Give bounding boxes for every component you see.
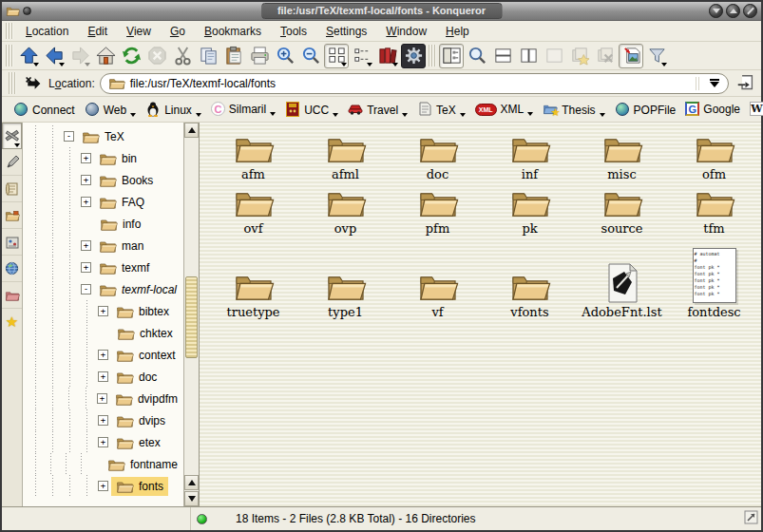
go-button[interactable] bbox=[734, 72, 756, 95]
stop-button[interactable] bbox=[144, 44, 169, 68]
forward-button[interactable] bbox=[67, 44, 92, 68]
bookmarks-toolbar-button[interactable] bbox=[375, 44, 400, 68]
tree-item-bibtex[interactable]: + bibtex bbox=[27, 300, 182, 322]
file-item-source[interactable]: source bbox=[576, 181, 668, 236]
scroll-down-button[interactable] bbox=[184, 491, 199, 506]
maximize-button[interactable] bbox=[726, 4, 740, 18]
nav-panel-button[interactable] bbox=[439, 44, 464, 68]
sidebar-tab-home[interactable] bbox=[2, 202, 22, 229]
file-item-truetype[interactable]: truetype bbox=[207, 239, 299, 319]
tree-item-etex[interactable]: + etex bbox=[27, 431, 182, 453]
sidebar-tab-tools[interactable] bbox=[2, 123, 22, 149]
menu-bookmarks[interactable]: Bookmarks bbox=[196, 23, 270, 40]
file-item-vf[interactable]: vf bbox=[391, 239, 484, 319]
split-horizontal-button[interactable] bbox=[490, 44, 515, 68]
find-button[interactable] bbox=[465, 44, 489, 68]
window-menu-icon[interactable] bbox=[23, 7, 31, 15]
split-vertical-button[interactable] bbox=[516, 44, 541, 68]
tree-expander[interactable]: - bbox=[81, 284, 91, 294]
file-item-afml[interactable]: afml bbox=[299, 127, 391, 181]
tree-expander[interactable]: + bbox=[81, 175, 91, 185]
selected-tree-item[interactable]: fonts bbox=[111, 477, 168, 496]
file-item-ovf[interactable]: ovf bbox=[207, 181, 299, 236]
menubar-grip[interactable] bbox=[6, 23, 13, 39]
sidebar-tab-history[interactable] bbox=[2, 176, 22, 202]
minimize-button[interactable] bbox=[709, 4, 723, 18]
tree-item-context[interactable]: + context bbox=[27, 344, 182, 366]
file-item-misc[interactable]: misc bbox=[576, 127, 668, 181]
file-item-type1[interactable]: type1 bbox=[299, 239, 391, 319]
tree-expander[interactable]: + bbox=[81, 153, 91, 163]
window-folder-icon[interactable] bbox=[6, 5, 20, 17]
clear-location-button[interactable] bbox=[23, 73, 44, 94]
file-item-ofm[interactable]: ofm bbox=[668, 127, 760, 181]
file-item-pfm[interactable]: pfm bbox=[391, 181, 484, 236]
location-dropdown-button[interactable] bbox=[705, 79, 724, 87]
list-view-button[interactable] bbox=[350, 44, 374, 68]
tree-item-doc[interactable]: + doc bbox=[27, 366, 182, 388]
tree-item-dvipdfm[interactable]: + dvipdfm bbox=[27, 388, 182, 409]
tree-item-texmf-local[interactable]: - texmf-local bbox=[27, 278, 182, 300]
reload-button[interactable] bbox=[119, 44, 143, 68]
tree-scrollbar[interactable] bbox=[183, 123, 199, 506]
konqueror-gear-button[interactable] bbox=[401, 44, 426, 68]
location-input[interactable]: file:/usr/TeX/texmf-local/fonts bbox=[100, 73, 729, 94]
locbar-grip[interactable] bbox=[9, 72, 16, 94]
tree-item-man[interactable]: + man bbox=[27, 235, 182, 256]
bookmark-google[interactable]: G Google bbox=[680, 100, 745, 119]
menu-view[interactable]: View bbox=[118, 23, 160, 40]
file-item-inf[interactable]: inf bbox=[484, 127, 576, 181]
tree-expander[interactable]: + bbox=[98, 437, 108, 447]
tree-expander[interactable]: + bbox=[98, 481, 108, 491]
close-tab-button[interactable] bbox=[593, 44, 618, 68]
tree-item-fontname[interactable]: fontname bbox=[27, 453, 182, 475]
cut-button[interactable] bbox=[170, 44, 195, 68]
file-item-tfm[interactable]: tfm bbox=[668, 181, 760, 236]
sidebar-tab-bookmarks[interactable]: ★ bbox=[2, 309, 22, 335]
sidebar-tab-services[interactable] bbox=[2, 229, 22, 256]
tree-expander[interactable]: + bbox=[97, 393, 107, 404]
toolbar-grip[interactable] bbox=[6, 45, 13, 66]
file-item-doc[interactable]: doc bbox=[391, 127, 484, 181]
close-button[interactable] bbox=[743, 4, 757, 18]
file-item-fontdesc[interactable]: # automat # font pk * font pk * font pk … bbox=[668, 239, 760, 319]
tree-expander[interactable]: - bbox=[64, 131, 74, 142]
home-button[interactable] bbox=[93, 44, 118, 68]
tree-expander[interactable]: + bbox=[81, 240, 91, 251]
tree-expander[interactable]: + bbox=[81, 197, 91, 207]
sidebar-tab-pencil[interactable] bbox=[2, 149, 22, 176]
bookmark-ucc[interactable]: UCC bbox=[280, 100, 343, 120]
tree-expander[interactable]: + bbox=[98, 415, 108, 426]
file-item-adobefnt[interactable]: AdobeFnt.lst bbox=[576, 239, 668, 319]
bookmark-thesis[interactable]: ★ Thesis bbox=[538, 100, 609, 120]
tree-item-info[interactable]: info bbox=[27, 213, 182, 235]
copy-button[interactable] bbox=[196, 44, 220, 68]
tree-item-faq[interactable]: + FAQ bbox=[27, 191, 182, 213]
file-item-ovp[interactable]: ovp bbox=[299, 181, 391, 236]
icon-view-button[interactable] bbox=[324, 44, 349, 68]
bookmark-travel[interactable]: Travel bbox=[343, 100, 412, 120]
menu-help[interactable]: Help bbox=[437, 23, 478, 40]
zoom-out-button[interactable] bbox=[298, 44, 323, 68]
thumbnails-button[interactable] bbox=[619, 44, 643, 68]
tree-item-dvips[interactable]: + dvips bbox=[27, 409, 182, 431]
tree-expander[interactable]: + bbox=[98, 371, 108, 382]
bookmark-popfile[interactable]: POPFile bbox=[610, 100, 681, 120]
new-tab-button[interactable] bbox=[567, 44, 592, 68]
tree-item-books[interactable]: + Books bbox=[27, 169, 182, 191]
title-bar[interactable]: file:/usr/TeX/texmf-local/fonts - Konque… bbox=[2, 2, 761, 21]
filter-button[interactable] bbox=[644, 44, 669, 68]
bookmark-tex[interactable]: TeX bbox=[412, 100, 470, 120]
paste-button[interactable] bbox=[221, 44, 246, 68]
tree-expander[interactable]: + bbox=[98, 306, 108, 316]
bookmark-connect[interactable]: Connect bbox=[9, 100, 80, 120]
tree-expander[interactable]: + bbox=[81, 262, 91, 273]
scroll-up-button-2[interactable] bbox=[184, 475, 199, 490]
bookmark-wikipedia[interactable]: W Wikipedia bbox=[745, 100, 763, 119]
menu-settings[interactable]: Settings bbox=[317, 23, 375, 40]
file-item-afm[interactable]: afm bbox=[207, 127, 299, 181]
zoom-in-button[interactable] bbox=[273, 44, 297, 68]
menu-window[interactable]: Window bbox=[377, 23, 435, 40]
file-item-vfonts[interactable]: vfonts bbox=[484, 239, 576, 319]
file-item-pk[interactable]: pk bbox=[484, 181, 576, 236]
